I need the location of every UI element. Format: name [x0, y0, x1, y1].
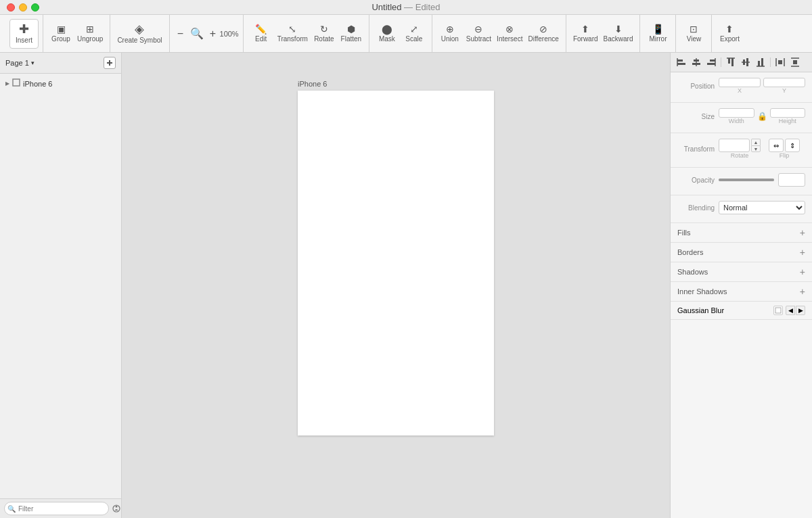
flip-v-button[interactable]: ⇕: [785, 139, 800, 152]
subtract-label: Subtract: [466, 35, 491, 43]
height-sublabel: Height: [779, 118, 796, 124]
add-page-button[interactable]: [104, 57, 116, 69]
opacity-input[interactable]: [778, 173, 805, 187]
scale-button[interactable]: ⤢ Scale: [401, 19, 428, 49]
minimize-button[interactable]: [19, 3, 27, 11]
zoom-out-button[interactable]: −: [174, 28, 187, 40]
align-top-button[interactable]: [724, 55, 738, 69]
gaussian-blur-decrease[interactable]: ◀: [786, 306, 795, 315]
gaussian-blur-increase[interactable]: ▶: [796, 306, 805, 315]
forward-label: Forward: [573, 35, 598, 43]
gaussian-blur-label: Gaussian Blur: [677, 306, 724, 314]
flip-h-button[interactable]: ⇔: [769, 139, 784, 152]
ungroup-icon: ⊞: [86, 24, 94, 34]
width-input[interactable]: [719, 108, 754, 118]
export-icon: ⬆: [725, 24, 734, 34]
toolbar-group-ungroup: ▣ Group ⊞ Ungroup: [43, 15, 110, 52]
group-button[interactable]: ▣ Group: [47, 19, 74, 49]
svg-rect-30: [775, 308, 781, 313]
fills-add-button[interactable]: +: [800, 227, 805, 238]
maximize-button[interactable]: [31, 3, 39, 11]
gaussian-blur-toggle[interactable]: [773, 306, 783, 315]
opacity-section: Opacity: [671, 168, 812, 195]
x-input-wrap: X: [719, 78, 761, 94]
rotate-toolbar-button[interactable]: ↻ Rotate: [311, 19, 338, 49]
fills-section-header[interactable]: Fills +: [671, 223, 812, 243]
borders-section-header[interactable]: Borders +: [671, 243, 812, 262]
distribute-h-button[interactable]: [773, 55, 787, 69]
mask-button[interactable]: ⬤ Mask: [374, 19, 401, 49]
sidebar-left: Page 1 ▾ ▶ iPhone 6 🔍: [0, 53, 122, 518]
rotate-stepper: ▲ ▼: [751, 139, 761, 152]
create-symbol-button[interactable]: ◈ Create Symbol: [114, 19, 164, 49]
mask-icon: ⬤: [382, 24, 392, 34]
toolbar-zoom-group: − 🔍 + 100%: [170, 15, 244, 52]
align-separator-2: [770, 57, 771, 67]
align-separator: [721, 57, 721, 67]
artboard[interactable]: [298, 91, 494, 435]
size-inputs: Width 🔒 Height: [719, 108, 805, 124]
borders-add-button[interactable]: +: [800, 247, 805, 258]
mirror-button[interactable]: 📱 Mirror: [644, 19, 671, 49]
zoom-in-button[interactable]: +: [206, 28, 220, 40]
mirror-icon: 📱: [652, 24, 664, 34]
distribute-v-button[interactable]: [788, 55, 802, 69]
transform-inputs: ▲ ▼ Rotate ⇔ ⇕ Flip: [719, 139, 805, 159]
blending-select[interactable]: Normal: [719, 201, 805, 214]
inner-shadows-add-button[interactable]: +: [800, 286, 805, 297]
y-input[interactable]: [763, 78, 805, 87]
subtract-button[interactable]: ⊖ Subtract: [464, 19, 494, 49]
difference-button[interactable]: ⊘ Difference: [525, 19, 561, 49]
group-icon: ▣: [57, 24, 66, 34]
transform-button[interactable]: ⤡ Transform: [275, 19, 311, 49]
ungroup-button[interactable]: ⊞ Ungroup: [74, 19, 106, 49]
align-middle-button[interactable]: [739, 55, 752, 69]
intersect-button[interactable]: ⊗ Intersect: [494, 19, 525, 49]
view-label: View: [687, 35, 702, 43]
flip-sublabel: Flip: [780, 152, 790, 159]
view-button[interactable]: ⊡ View: [680, 19, 707, 49]
shared-icon[interactable]: [112, 502, 121, 515]
toolbar: ✚ Insert ▣ Group ⊞ Ungroup ◈ Create Symb…: [0, 15, 812, 53]
layer-expand-triangle: ▶: [5, 80, 9, 87]
page-label[interactable]: Page 1 ▾: [5, 59, 35, 67]
transform-label: Transform: [677, 145, 715, 153]
lock-icon[interactable]: 🔒: [757, 112, 767, 121]
align-bottom-button[interactable]: [754, 55, 767, 69]
rotate-down-btn[interactable]: ▼: [751, 145, 761, 152]
canvas-area[interactable]: iPhone 6: [122, 53, 670, 518]
intersect-label: Intersect: [497, 35, 522, 43]
backward-button[interactable]: ⬇ Backward: [601, 19, 636, 49]
svg-rect-2: [13, 79, 20, 86]
flatten-button[interactable]: ⬢ Flatten: [338, 19, 365, 49]
page-name: Page 1: [5, 59, 29, 67]
align-left-button[interactable]: [675, 55, 688, 69]
export-button[interactable]: ⬆ Export: [716, 19, 743, 49]
layer-item-iphone6[interactable]: ▶ iPhone 6: [0, 76, 121, 91]
subtract-icon: ⊖: [474, 24, 482, 34]
align-center-h-button[interactable]: [690, 55, 703, 69]
forward-button[interactable]: ⬆ Forward: [570, 19, 601, 49]
height-input[interactable]: [770, 108, 806, 118]
flip-input-wrap: ⇔ ⇕ Flip: [763, 139, 805, 159]
opacity-slider[interactable]: [719, 179, 774, 181]
inner-shadows-section-header[interactable]: Inner Shadows +: [671, 282, 812, 302]
align-toolbar: [671, 53, 812, 72]
edit-button[interactable]: ✏️ Edit: [248, 19, 275, 49]
size-section: Size Width 🔒 Height: [671, 103, 812, 133]
transform-label: Transform: [277, 35, 308, 43]
x-input[interactable]: [719, 78, 761, 87]
opacity-label: Opacity: [677, 176, 715, 184]
union-button[interactable]: ⊕ Union: [436, 19, 464, 49]
shadows-label: Shadows: [677, 268, 708, 276]
close-button[interactable]: [7, 3, 15, 11]
shadows-add-button[interactable]: +: [800, 266, 805, 277]
rotate-up-btn[interactable]: ▲: [751, 139, 761, 145]
align-right-button[interactable]: [704, 55, 718, 69]
rotate-input[interactable]: [719, 139, 750, 152]
insert-button[interactable]: ✚ Insert: [9, 19, 39, 49]
difference-icon: ⊘: [539, 24, 547, 34]
filter-input[interactable]: [4, 502, 109, 515]
shadows-section-header[interactable]: Shadows +: [671, 262, 812, 282]
edit-label: Edit: [255, 35, 267, 43]
